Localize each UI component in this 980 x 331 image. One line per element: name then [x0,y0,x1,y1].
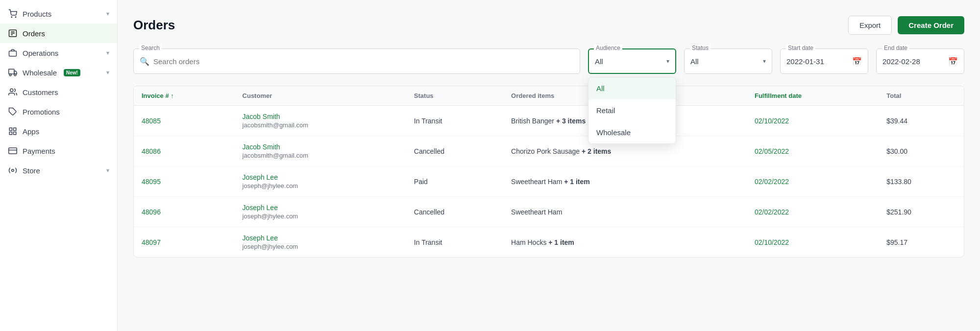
cell-total: $39.44 [879,106,964,136]
promotions-icon [8,107,18,117]
audience-select[interactable]: All ▾ [588,48,676,74]
orders-tbody: 48085 Jacob Smith jacobsmith@gmail.com I… [134,106,964,258]
audience-option-retail[interactable]: Retail [588,99,676,121]
sidebar-item-wholesale[interactable]: Wholesale New! ▾ [0,63,117,82]
end-date-filter-group: End date 📅 [876,48,964,74]
cell-invoice: 48096 [134,197,235,227]
cell-fulfillment: 02/10/2022 [747,227,879,258]
sidebar-label-operations: Operations [23,49,58,57]
svg-point-1 [15,17,16,18]
sidebar-item-customers[interactable]: Customers [0,82,117,102]
create-order-button[interactable]: Create Order [898,16,964,34]
sidebar: Products ▾ Orders Operations ▾ Wholesale… [0,0,118,331]
end-date-calendar-icon: 📅 [948,57,958,66]
audience-option-all[interactable]: All [588,77,676,99]
customer-email: joseph@jhylee.com [243,182,398,189]
cell-customer: Joseph Lee joseph@jhylee.com [235,227,406,258]
cell-customer: Jacob Smith jacobsmith@gmail.com [235,136,406,166]
svg-point-9 [14,74,16,76]
customer-name-link[interactable]: Jacob Smith [243,143,398,151]
audience-filter-group: Audience All ▾ All Retail Wholesale [588,48,676,74]
fulfillment-date-link[interactable]: 02/05/2022 [755,147,789,155]
col-status: Status [406,86,503,106]
sidebar-label-apps: Apps [23,127,39,136]
invoice-link[interactable]: 48085 [142,117,161,125]
customer-name-link[interactable]: Joseph Lee [243,234,398,242]
audience-value: All [595,57,666,66]
payments-icon [8,146,18,156]
cell-status: In Transit [406,227,503,258]
customers-icon [8,87,18,97]
chevron-operations-icon: ▾ [106,49,109,56]
col-total: Total [879,86,964,106]
audience-dropdown: All Retail Wholesale [588,77,676,144]
table-row: 48096 Joseph Lee joseph@jhylee.com Cance… [134,197,964,227]
start-date-filter-group: Start date 📅 [780,48,868,74]
svg-rect-12 [9,128,12,130]
sidebar-item-apps[interactable]: Apps [0,121,117,141]
svg-point-0 [11,17,12,18]
fulfillment-date-link[interactable]: 02/10/2022 [755,117,789,125]
search-input[interactable] [153,57,574,66]
sidebar-label-orders: Orders [23,29,45,38]
sidebar-item-products[interactable]: Products ▾ [0,4,117,24]
sidebar-item-operations[interactable]: Operations ▾ [0,43,117,63]
cell-items: Ham Hocks + 1 item [503,227,747,258]
status-chevron-icon: ▾ [763,58,766,65]
cell-status: Paid [406,166,503,197]
col-fulfillment[interactable]: Fulfillment date [747,86,879,106]
status-label: Status [690,45,710,51]
cell-items: Sweetheart Ham [503,197,747,227]
col-invoice[interactable]: Invoice # ↑ [134,86,235,106]
main-content: Orders Export Create Order Search 🔍 Audi… [118,0,980,331]
customer-email: joseph@jhylee.com [243,243,398,250]
sidebar-label-customers: Customers [23,88,58,96]
invoice-link[interactable]: 48097 [142,238,161,246]
table-row: 48085 Jacob Smith jacobsmith@gmail.com I… [134,106,964,136]
customer-email: jacobsmith@gmail.com [243,152,398,159]
sidebar-item-store[interactable]: Store ▾ [0,161,117,180]
fulfillment-date-link[interactable]: 02/02/2022 [755,178,789,186]
fulfillment-date-link[interactable]: 02/02/2022 [755,208,789,216]
export-button[interactable]: Export [848,16,892,35]
invoice-link[interactable]: 48095 [142,178,161,186]
audience-option-wholesale[interactable]: Wholesale [588,121,676,143]
cell-invoice: 48085 [134,106,235,136]
cell-fulfillment: 02/05/2022 [747,136,879,166]
orders-table: Invoice # ↑ Customer Status Ordered item… [134,86,964,257]
status-select-wrap: All Paid In Transit Cancelled ▾ [684,48,772,74]
chevron-store-icon: ▾ [106,167,109,174]
svg-rect-7 [9,69,14,74]
end-date-input[interactable] [882,57,944,66]
wholesale-icon [8,68,18,77]
customer-name-link[interactable]: Joseph Lee [243,204,398,212]
svg-point-8 [9,74,11,76]
cell-customer: Jacob Smith jacobsmith@gmail.com [235,106,406,136]
cell-total: $133.80 [879,166,964,197]
page-header: Orders Export Create Order [133,16,964,35]
sidebar-item-payments[interactable]: Payments [0,141,117,161]
customer-name-link[interactable]: Joseph Lee [243,173,398,181]
invoice-link[interactable]: 48096 [142,208,161,216]
start-date-input[interactable] [786,57,848,66]
svg-rect-15 [14,132,16,135]
cell-fulfillment: 02/02/2022 [747,197,879,227]
table-row: 48097 Joseph Lee joseph@jhylee.com In Tr… [134,227,964,258]
end-date-wrap: 📅 [876,48,964,74]
status-filter-group: Status All Paid In Transit Cancelled ▾ [684,48,772,74]
sidebar-label-payments: Payments [23,147,55,155]
customer-email: jacobsmith@gmail.com [243,121,398,129]
page-title: Orders [133,18,175,33]
svg-rect-13 [14,128,16,130]
customer-name-link[interactable]: Jacob Smith [243,113,398,120]
orders-table-wrap: Invoice # ↑ Customer Status Ordered item… [133,86,964,258]
products-icon [8,9,18,19]
sidebar-item-orders[interactable]: Orders [0,24,117,43]
status-select[interactable]: All Paid In Transit Cancelled [690,57,759,66]
cell-items: Sweetheart Ham + 1 item [503,166,747,197]
fulfillment-date-link[interactable]: 02/10/2022 [755,238,789,246]
operations-icon [8,48,18,58]
orders-icon [8,28,18,38]
sidebar-item-promotions[interactable]: Promotions [0,102,117,121]
invoice-link[interactable]: 48086 [142,147,161,155]
